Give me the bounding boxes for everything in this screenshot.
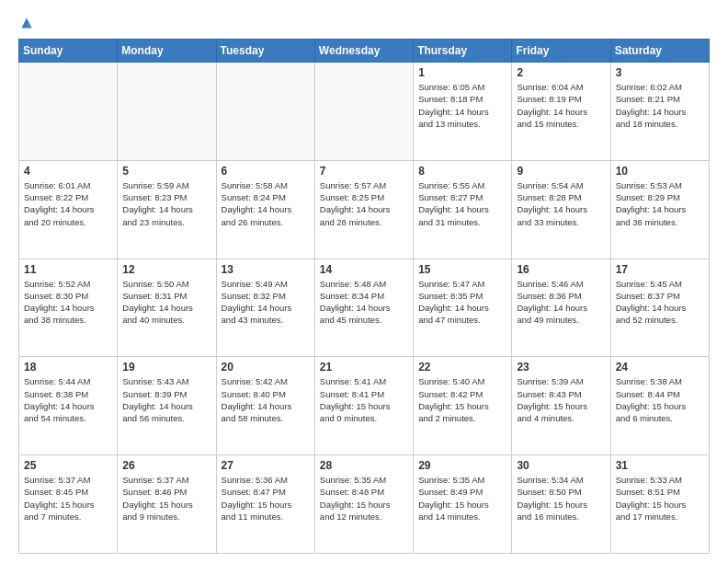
day-number: 23 xyxy=(517,361,605,373)
calendar-cell: 6Sunrise: 5:58 AM Sunset: 8:24 PM Daylig… xyxy=(216,160,314,259)
calendar-header-friday: Friday xyxy=(512,40,610,63)
calendar-cell: 2Sunrise: 6:04 AM Sunset: 8:19 PM Daylig… xyxy=(512,63,610,161)
day-info: Sunrise: 5:44 AM Sunset: 8:38 PM Dayligh… xyxy=(24,375,112,424)
calendar-cell: 12Sunrise: 5:50 AM Sunset: 8:31 PM Dayli… xyxy=(118,259,216,357)
day-info: Sunrise: 5:39 AM Sunset: 8:43 PM Dayligh… xyxy=(517,375,605,424)
day-number: 8 xyxy=(418,165,506,178)
day-info: Sunrise: 5:57 AM Sunset: 8:25 PM Dayligh… xyxy=(320,179,408,228)
calendar-header-sunday: Sunday xyxy=(19,40,118,63)
calendar-cell: 25Sunrise: 5:37 AM Sunset: 8:45 PM Dayli… xyxy=(19,455,118,554)
calendar-cell: 14Sunrise: 5:48 AM Sunset: 8:34 PM Dayli… xyxy=(314,259,413,357)
day-number: 27 xyxy=(222,459,310,472)
calendar-cell: 7Sunrise: 5:57 AM Sunset: 8:25 PM Daylig… xyxy=(314,160,413,259)
day-number: 6 xyxy=(222,165,310,178)
calendar-cell: 5Sunrise: 5:59 AM Sunset: 8:23 PM Daylig… xyxy=(118,160,216,259)
calendar-header-row: SundayMondayTuesdayWednesdayThursdayFrid… xyxy=(19,40,710,63)
day-number: 10 xyxy=(616,165,704,178)
day-number: 7 xyxy=(320,165,408,178)
day-number: 13 xyxy=(222,263,310,276)
calendar-cell: 13Sunrise: 5:49 AM Sunset: 8:32 PM Dayli… xyxy=(216,259,314,357)
day-info: Sunrise: 5:47 AM Sunset: 8:35 PM Dayligh… xyxy=(418,278,506,327)
day-number: 16 xyxy=(517,263,605,276)
day-number: 19 xyxy=(122,361,210,373)
day-info: Sunrise: 5:35 AM Sunset: 8:49 PM Dayligh… xyxy=(418,474,506,523)
day-info: Sunrise: 5:52 AM Sunset: 8:30 PM Dayligh… xyxy=(24,278,112,327)
calendar-cell: 1Sunrise: 6:05 AM Sunset: 8:18 PM Daylig… xyxy=(414,63,512,161)
calendar-cell: 27Sunrise: 5:36 AM Sunset: 8:47 PM Dayli… xyxy=(216,455,314,554)
page: SundayMondayTuesdayWednesdayThursdayFrid… xyxy=(0,0,728,563)
day-number: 9 xyxy=(517,165,605,178)
day-info: Sunrise: 5:38 AM Sunset: 8:44 PM Dayligh… xyxy=(616,375,704,424)
day-info: Sunrise: 5:59 AM Sunset: 8:23 PM Dayligh… xyxy=(122,179,210,228)
day-info: Sunrise: 5:58 AM Sunset: 8:24 PM Dayligh… xyxy=(222,179,310,228)
day-number: 11 xyxy=(24,263,112,276)
calendar-header-saturday: Saturday xyxy=(610,40,709,63)
calendar-table: SundayMondayTuesdayWednesdayThursdayFrid… xyxy=(18,39,710,554)
calendar-cell: 15Sunrise: 5:47 AM Sunset: 8:35 PM Dayli… xyxy=(414,259,512,357)
calendar-header-wednesday: Wednesday xyxy=(314,40,413,63)
day-number: 17 xyxy=(616,263,704,276)
calendar-cell: 31Sunrise: 5:33 AM Sunset: 8:51 PM Dayli… xyxy=(610,455,709,554)
day-number: 2 xyxy=(517,66,605,79)
day-number: 30 xyxy=(517,459,605,472)
day-number: 28 xyxy=(320,459,408,472)
calendar-cell xyxy=(19,63,118,161)
week-row-4: 18Sunrise: 5:44 AM Sunset: 8:38 PM Dayli… xyxy=(19,357,710,455)
day-number: 14 xyxy=(320,263,408,276)
day-info: Sunrise: 6:04 AM Sunset: 8:19 PM Dayligh… xyxy=(517,81,605,130)
day-number: 20 xyxy=(222,361,310,373)
day-info: Sunrise: 5:35 AM Sunset: 8:48 PM Dayligh… xyxy=(320,474,408,523)
day-info: Sunrise: 5:40 AM Sunset: 8:42 PM Dayligh… xyxy=(418,375,506,424)
day-info: Sunrise: 5:33 AM Sunset: 8:51 PM Dayligh… xyxy=(616,474,704,523)
logo-icon xyxy=(20,17,33,29)
day-info: Sunrise: 5:45 AM Sunset: 8:37 PM Dayligh… xyxy=(616,278,704,327)
calendar-cell xyxy=(216,63,314,161)
calendar-cell: 4Sunrise: 6:01 AM Sunset: 8:22 PM Daylig… xyxy=(19,160,118,259)
day-info: Sunrise: 5:46 AM Sunset: 8:36 PM Dayligh… xyxy=(517,278,605,327)
day-number: 22 xyxy=(418,361,506,373)
day-info: Sunrise: 6:02 AM Sunset: 8:21 PM Dayligh… xyxy=(616,81,704,130)
day-number: 26 xyxy=(122,459,210,472)
day-number: 5 xyxy=(122,165,210,178)
day-number: 18 xyxy=(24,361,112,373)
calendar-cell: 28Sunrise: 5:35 AM Sunset: 8:48 PM Dayli… xyxy=(314,455,413,554)
day-number: 21 xyxy=(320,361,408,373)
day-number: 31 xyxy=(616,459,704,472)
day-number: 29 xyxy=(418,459,506,472)
calendar-cell: 17Sunrise: 5:45 AM Sunset: 8:37 PM Dayli… xyxy=(610,259,709,357)
day-info: Sunrise: 5:48 AM Sunset: 8:34 PM Dayligh… xyxy=(320,278,408,327)
day-info: Sunrise: 5:36 AM Sunset: 8:47 PM Dayligh… xyxy=(222,474,310,523)
calendar-cell: 21Sunrise: 5:41 AM Sunset: 8:41 PM Dayli… xyxy=(314,357,413,455)
calendar-cell: 30Sunrise: 5:34 AM Sunset: 8:50 PM Dayli… xyxy=(512,455,610,554)
day-info: Sunrise: 5:42 AM Sunset: 8:40 PM Dayligh… xyxy=(222,375,310,424)
calendar-cell: 11Sunrise: 5:52 AM Sunset: 8:30 PM Dayli… xyxy=(19,259,118,357)
calendar-cell: 9Sunrise: 5:54 AM Sunset: 8:28 PM Daylig… xyxy=(512,160,610,259)
day-info: Sunrise: 6:01 AM Sunset: 8:22 PM Dayligh… xyxy=(24,179,112,228)
calendar-cell: 10Sunrise: 5:53 AM Sunset: 8:29 PM Dayli… xyxy=(610,160,709,259)
week-row-3: 11Sunrise: 5:52 AM Sunset: 8:30 PM Dayli… xyxy=(19,259,710,357)
day-number: 3 xyxy=(616,66,704,79)
day-info: Sunrise: 5:49 AM Sunset: 8:32 PM Dayligh… xyxy=(222,278,310,327)
day-info: Sunrise: 5:41 AM Sunset: 8:41 PM Dayligh… xyxy=(320,375,408,424)
day-info: Sunrise: 5:34 AM Sunset: 8:50 PM Dayligh… xyxy=(517,474,605,523)
calendar-cell: 16Sunrise: 5:46 AM Sunset: 8:36 PM Dayli… xyxy=(512,259,610,357)
logo xyxy=(18,15,33,29)
calendar-header-monday: Monday xyxy=(118,40,216,63)
week-row-5: 25Sunrise: 5:37 AM Sunset: 8:45 PM Dayli… xyxy=(19,455,710,554)
calendar-cell xyxy=(314,63,413,161)
day-number: 1 xyxy=(418,66,506,79)
day-info: Sunrise: 5:37 AM Sunset: 8:46 PM Dayligh… xyxy=(122,474,210,523)
day-number: 25 xyxy=(24,459,112,472)
day-number: 24 xyxy=(616,361,704,373)
day-info: Sunrise: 5:54 AM Sunset: 8:28 PM Dayligh… xyxy=(517,179,605,228)
day-info: Sunrise: 5:53 AM Sunset: 8:29 PM Dayligh… xyxy=(616,179,704,228)
week-row-2: 4Sunrise: 6:01 AM Sunset: 8:22 PM Daylig… xyxy=(19,160,710,259)
day-info: Sunrise: 5:55 AM Sunset: 8:27 PM Dayligh… xyxy=(418,179,506,228)
calendar-cell: 20Sunrise: 5:42 AM Sunset: 8:40 PM Dayli… xyxy=(216,357,314,455)
day-info: Sunrise: 5:50 AM Sunset: 8:31 PM Dayligh… xyxy=(122,278,210,327)
calendar-cell: 22Sunrise: 5:40 AM Sunset: 8:42 PM Dayli… xyxy=(414,357,512,455)
calendar-cell: 23Sunrise: 5:39 AM Sunset: 8:43 PM Dayli… xyxy=(512,357,610,455)
calendar-cell: 18Sunrise: 5:44 AM Sunset: 8:38 PM Dayli… xyxy=(19,357,118,455)
header xyxy=(18,15,710,29)
calendar-header-tuesday: Tuesday xyxy=(216,40,314,63)
